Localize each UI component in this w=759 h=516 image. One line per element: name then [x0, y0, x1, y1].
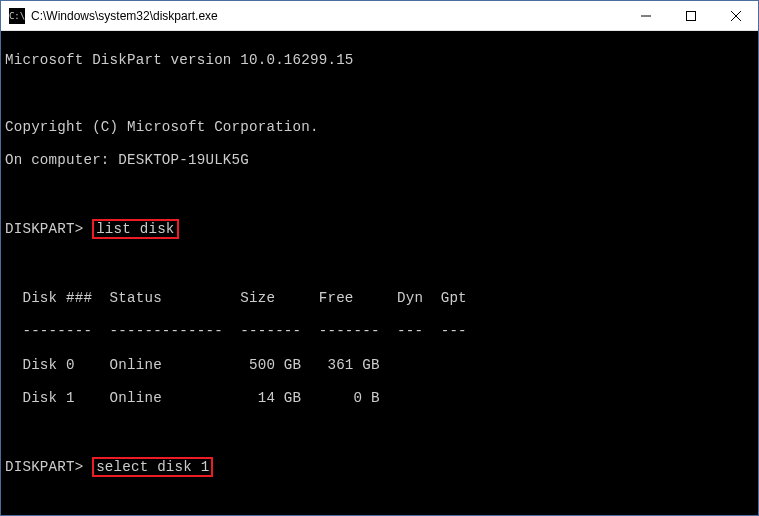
disk-row-1: Disk 1 Online 14 GB 0 B	[5, 390, 758, 407]
window-titlebar: C:\ C:\Windows\system32\diskpart.exe	[1, 1, 758, 31]
window-controls	[623, 1, 758, 30]
version-line: Microsoft DiskPart version 10.0.16299.15	[5, 52, 758, 69]
svg-rect-1	[686, 11, 695, 20]
window-title: C:\Windows\system32\diskpart.exe	[31, 9, 623, 23]
app-icon: C:\	[9, 8, 25, 24]
command-list-disk: list disk	[92, 219, 178, 239]
maximize-button[interactable]	[668, 1, 713, 30]
minimize-button[interactable]	[623, 1, 668, 30]
close-button[interactable]	[713, 1, 758, 30]
prompt: DISKPART>	[5, 221, 92, 237]
prompt: DISKPART>	[5, 459, 92, 475]
disk-table-divider: -------- ------------- ------- ------- -…	[5, 323, 758, 340]
copyright-line: Copyright (C) Microsoft Corporation.	[5, 119, 758, 136]
disk-table-header: Disk ### Status Size Free Dyn Gpt	[5, 290, 758, 307]
disk-row-0: Disk 0 Online 500 GB 361 GB	[5, 357, 758, 374]
command-select-disk: select disk 1	[92, 457, 213, 477]
terminal-output[interactable]: Microsoft DiskPart version 10.0.16299.15…	[1, 31, 758, 515]
computer-line: On computer: DESKTOP-19ULK5G	[5, 152, 758, 169]
